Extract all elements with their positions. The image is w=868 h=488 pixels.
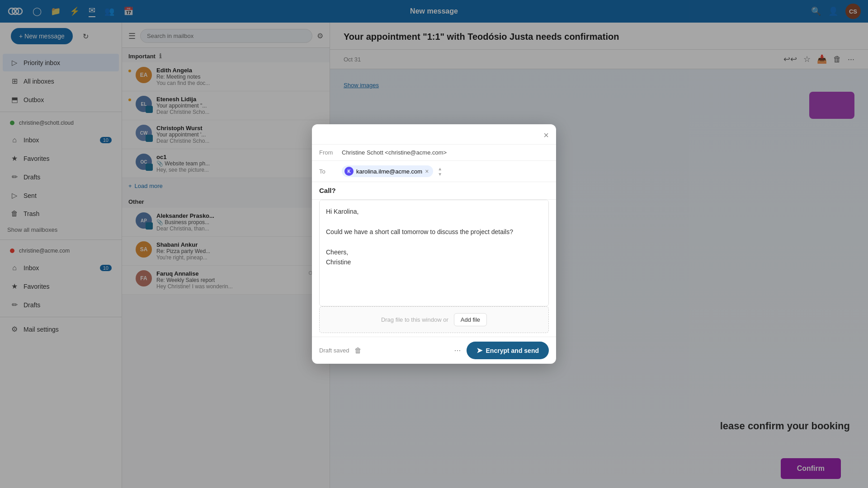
to-recipient-email: karolina.ilme@acme.com [356,168,422,175]
delete-draft-icon[interactable]: 🗑 [354,347,362,355]
modal-overlay: × From Christine Schott <christine@acme.… [0,0,868,488]
compose-footer: Draft saved 🗑 ··· ➤ Encrypt and send [312,337,556,364]
encrypt-send-button[interactable]: ➤ Encrypt and send [467,342,549,359]
to-arrows: ▲ ▼ [438,166,442,177]
compose-to-field[interactable]: To K karolina.ilme@acme.com × ▲ ▼ [312,161,556,182]
send-arrow-icon: ➤ [476,346,482,355]
draft-saved-text: Draft saved [319,347,349,354]
compose-header: × [312,124,556,145]
encrypt-send-label: Encrypt and send [486,347,539,354]
add-file-button[interactable]: Add file [454,313,487,326]
to-recipient-pill[interactable]: K karolina.ilme@acme.com × [342,165,433,177]
to-recipient-avatar: K [344,167,354,176]
close-compose-button[interactable]: × [543,131,549,140]
to-label: To [319,168,337,175]
compose-body-area[interactable] [319,200,549,306]
subject-input[interactable] [319,187,549,194]
from-label: From [319,149,337,156]
drag-drop-label: Drag file to this window or [381,316,448,323]
from-value: Christine Schott <christine@acme.com> [342,149,549,156]
compose-subject-row[interactable] [312,182,556,200]
more-options-button[interactable]: ··· [454,346,461,355]
compose-modal: × From Christine Schott <christine@acme.… [312,124,556,364]
remove-recipient-button[interactable]: × [425,168,429,174]
compose-body-textarea[interactable] [320,200,548,304]
compose-attachment-area: Drag file to this window or Add file [319,306,549,333]
compose-from-field: From Christine Schott <christine@acme.co… [312,145,556,161]
